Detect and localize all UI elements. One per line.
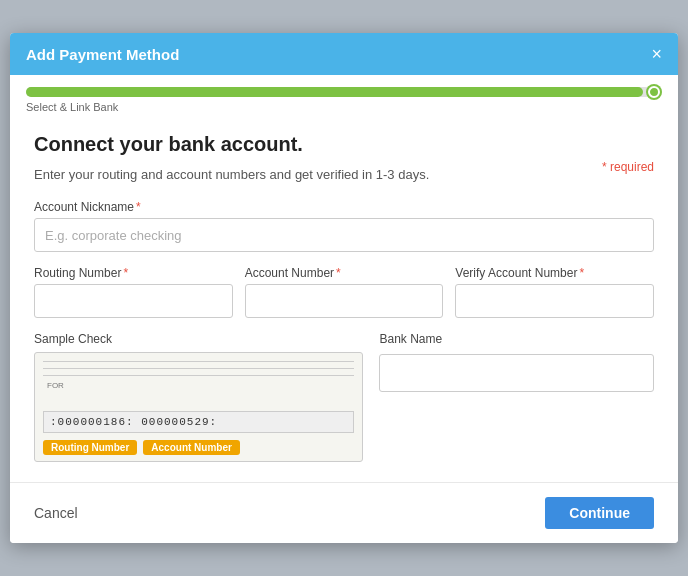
progress-dot-start	[28, 87, 38, 97]
bank-name-input[interactable]	[379, 354, 654, 392]
account-input[interactable]	[245, 284, 444, 318]
account-badge: Account Number	[143, 440, 240, 455]
required-note: * required	[602, 160, 654, 174]
progress-section: Select & Link Bank	[10, 75, 678, 117]
routing-badge: Routing Number	[43, 440, 137, 455]
progress-label: Select & Link Bank	[26, 101, 662, 113]
check-numbers: :000000186: 000000529:	[43, 411, 354, 433]
check-for-label: FOR	[47, 381, 64, 390]
modal-title: Add Payment Method	[26, 46, 179, 63]
sample-check-label: Sample Check	[34, 332, 363, 346]
bottom-section: Sample Check FOR :000000186: 000000529: …	[34, 332, 654, 462]
sample-check-section: Sample Check FOR :000000186: 000000529: …	[34, 332, 363, 462]
subtitle-row: Enter your routing and account numbers a…	[34, 160, 654, 186]
account-field: Account Number*	[245, 266, 444, 318]
bank-name-label: Bank Name	[379, 332, 654, 346]
modal-footer: Cancel Continue	[10, 482, 678, 543]
progress-bar	[26, 87, 662, 97]
check-badges: Routing Number Account Number	[43, 440, 240, 455]
check-line-3	[43, 375, 354, 376]
verify-account-label: Verify Account Number*	[455, 266, 654, 280]
check-lines	[43, 361, 354, 382]
nickname-field-group: Account Nickname*	[34, 200, 654, 252]
cancel-button[interactable]: Cancel	[34, 505, 78, 521]
nickname-input[interactable]	[34, 218, 654, 252]
verify-account-input[interactable]	[455, 284, 654, 318]
routing-input[interactable]	[34, 284, 233, 318]
numbers-field-group: Routing Number* Account Number* Verify A…	[34, 266, 654, 318]
check-line-2	[43, 368, 354, 369]
close-button[interactable]: ×	[651, 45, 662, 63]
account-label: Account Number*	[245, 266, 444, 280]
section-subtitle: Enter your routing and account numbers a…	[34, 167, 429, 182]
modal-container: Add Payment Method × Select & Link Bank …	[10, 33, 678, 543]
check-image: FOR :000000186: 000000529: Routing Numbe…	[34, 352, 363, 462]
nickname-label: Account Nickname*	[34, 200, 654, 214]
modal-body: Connect your bank account. Enter your ro…	[10, 117, 678, 482]
verify-account-field: Verify Account Number*	[455, 266, 654, 318]
section-heading: Connect your bank account.	[34, 133, 654, 156]
check-line-1	[43, 361, 354, 362]
progress-dot-end	[648, 86, 660, 98]
bank-name-section: Bank Name	[379, 332, 654, 462]
routing-label: Routing Number*	[34, 266, 233, 280]
continue-button[interactable]: Continue	[545, 497, 654, 529]
modal-header: Add Payment Method ×	[10, 33, 678, 75]
routing-field: Routing Number*	[34, 266, 233, 318]
progress-fill	[26, 87, 643, 97]
